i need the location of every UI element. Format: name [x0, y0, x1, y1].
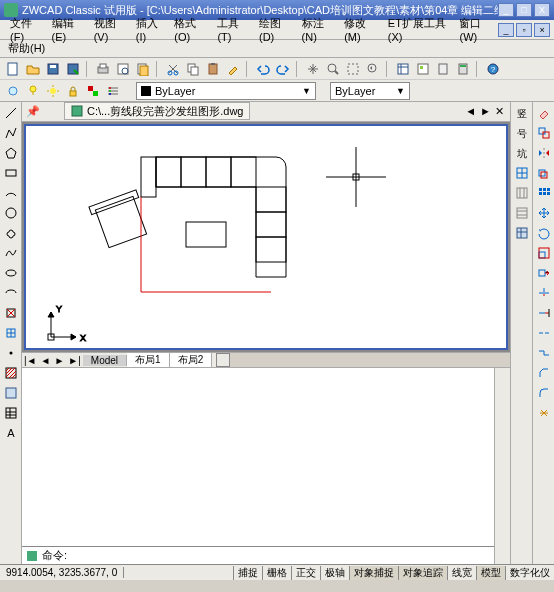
hscroll-thumb[interactable]: [216, 353, 230, 367]
circle-icon[interactable]: [2, 204, 20, 222]
ellipse-icon[interactable]: [2, 264, 20, 282]
point-icon[interactable]: [2, 344, 20, 362]
revcloud-icon[interactable]: [2, 224, 20, 242]
open-icon[interactable]: [24, 60, 42, 78]
zoom-prev-icon[interactable]: [364, 60, 382, 78]
layout-prev-icon[interactable]: ◄: [39, 355, 53, 366]
line-icon[interactable]: [2, 104, 20, 122]
doc-close-button[interactable]: ×: [534, 23, 550, 37]
undo-icon[interactable]: [254, 60, 272, 78]
insert-block-icon[interactable]: [2, 304, 20, 322]
grid-icon-2[interactable]: [513, 184, 531, 202]
status-mode-1[interactable]: 栅格: [262, 566, 291, 580]
make-block-icon[interactable]: [2, 324, 20, 342]
layer-color-icon[interactable]: [84, 82, 102, 100]
rectangle-icon[interactable]: [2, 164, 20, 182]
minimize-button[interactable]: _: [498, 3, 514, 17]
grid-icon-3[interactable]: [513, 204, 531, 222]
layer-selector[interactable]: ByLayer ▼: [136, 82, 316, 100]
menu-view[interactable]: 视图(V): [88, 14, 130, 45]
tab-prev-icon[interactable]: ◄: [465, 105, 476, 118]
status-mode-0[interactable]: 捕捉: [233, 566, 262, 580]
text-icon[interactable]: A: [2, 424, 20, 442]
offset-icon[interactable]: [535, 164, 553, 182]
table-tool-icon[interactable]: [513, 224, 531, 242]
pan-icon[interactable]: [304, 60, 322, 78]
hscrollbar[interactable]: [216, 353, 510, 367]
menu-tools[interactable]: 工具(T): [211, 14, 253, 45]
copy-icon[interactable]: [184, 60, 202, 78]
menu-draw[interactable]: 绘图(D): [253, 14, 296, 45]
ellipse-arc-icon[interactable]: [2, 284, 20, 302]
spline-icon[interactable]: [2, 244, 20, 262]
toolpalette-icon[interactable]: [434, 60, 452, 78]
polygon-icon[interactable]: [2, 144, 20, 162]
status-coords[interactable]: 9914.0054, 3235.3677, 0: [0, 567, 124, 578]
layer-manager-icon[interactable]: [104, 82, 122, 100]
doc-restore-button[interactable]: ▫: [516, 23, 532, 37]
status-mode-7[interactable]: 模型: [476, 566, 505, 580]
v-icon-3[interactable]: 坑: [513, 144, 531, 162]
new-icon[interactable]: [4, 60, 22, 78]
array-icon[interactable]: [535, 184, 553, 202]
status-mode-8[interactable]: 数字化仪: [505, 566, 554, 580]
explode-icon[interactable]: [535, 404, 553, 422]
cmd-vscrollbar[interactable]: [494, 368, 510, 564]
status-mode-4[interactable]: 对象捕捉: [349, 566, 398, 580]
menu-dim[interactable]: 标注(N): [296, 14, 339, 45]
command-history[interactable]: [22, 368, 494, 546]
chamfer-icon[interactable]: [535, 364, 553, 382]
trim-icon[interactable]: [535, 284, 553, 302]
pline-icon[interactable]: [2, 124, 20, 142]
layout-tab-2[interactable]: 布局2: [170, 353, 213, 367]
extend-icon[interactable]: [535, 304, 553, 322]
menu-et[interactable]: ET扩展工具(X): [382, 14, 454, 45]
menu-window[interactable]: 窗口(W): [453, 14, 498, 45]
preview-icon[interactable]: [114, 60, 132, 78]
copy-obj-icon[interactable]: [535, 124, 553, 142]
scale-icon[interactable]: [535, 244, 553, 262]
fillet-icon[interactable]: [535, 384, 553, 402]
layout-first-icon[interactable]: |◄: [22, 355, 39, 366]
pin-icon[interactable]: 📌: [22, 105, 44, 118]
tab-next-icon[interactable]: ►: [480, 105, 491, 118]
layout-tab-1[interactable]: 布局1: [127, 353, 170, 367]
properties-icon[interactable]: [394, 60, 412, 78]
color-selector[interactable]: ByLayer ▼: [330, 82, 410, 100]
calc-icon[interactable]: [454, 60, 472, 78]
designcenter-icon[interactable]: [414, 60, 432, 78]
region-icon[interactable]: [2, 384, 20, 402]
erase-icon[interactable]: [535, 104, 553, 122]
menu-format[interactable]: 格式(O): [168, 14, 211, 45]
status-mode-3[interactable]: 极轴: [320, 566, 349, 580]
redo-icon[interactable]: [274, 60, 292, 78]
help-icon[interactable]: ?: [484, 60, 502, 78]
move-icon[interactable]: [535, 204, 553, 222]
zoom-window-icon[interactable]: [344, 60, 362, 78]
mirror-icon[interactable]: [535, 144, 553, 162]
tab-close-icon[interactable]: ✕: [495, 105, 504, 118]
publish-icon[interactable]: [134, 60, 152, 78]
hatch-icon[interactable]: [2, 364, 20, 382]
layer-freeze-icon[interactable]: [4, 82, 22, 100]
layout-next-icon[interactable]: ►: [52, 355, 66, 366]
paste-icon[interactable]: [204, 60, 222, 78]
close-button[interactable]: X: [534, 3, 550, 17]
cut-icon[interactable]: [164, 60, 182, 78]
saveas-icon[interactable]: [64, 60, 82, 78]
maximize-button[interactable]: □: [516, 3, 532, 17]
status-mode-2[interactable]: 正交: [291, 566, 320, 580]
status-mode-6[interactable]: 线宽: [447, 566, 476, 580]
drawing-canvas[interactable]: Y X: [24, 124, 508, 350]
stretch-icon[interactable]: [535, 264, 553, 282]
menu-edit[interactable]: 编辑(E): [46, 14, 88, 45]
zoom-realtime-icon[interactable]: [324, 60, 342, 78]
menu-help[interactable]: 帮助(H): [8, 41, 45, 56]
plot-icon[interactable]: [94, 60, 112, 78]
layer-sun-icon[interactable]: [44, 82, 62, 100]
v-icon-2[interactable]: 号: [513, 124, 531, 142]
menu-insert[interactable]: 插入(I): [130, 14, 169, 45]
break-icon[interactable]: [535, 324, 553, 342]
status-mode-5[interactable]: 对象追踪: [398, 566, 447, 580]
join-icon[interactable]: [535, 344, 553, 362]
